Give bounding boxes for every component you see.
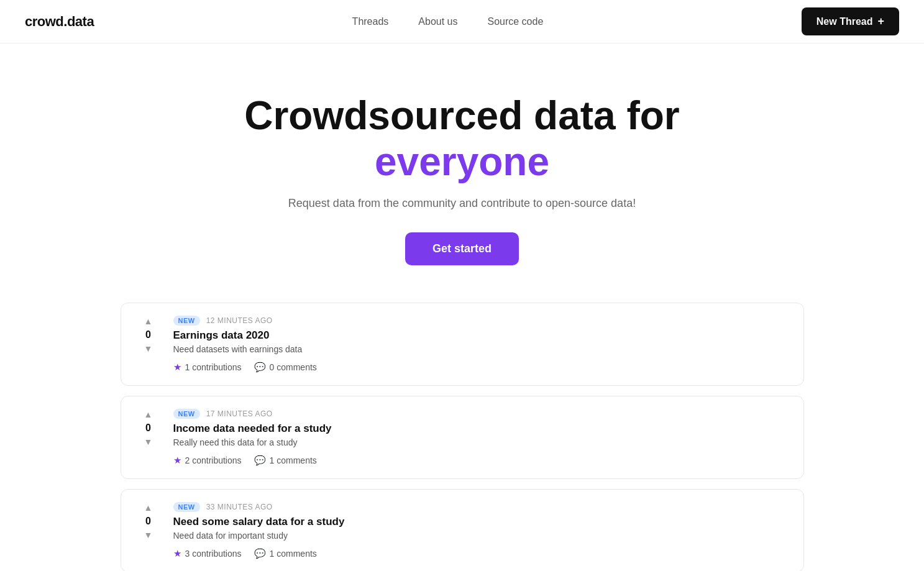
- vote-column: ▲ 0 ▼: [139, 502, 158, 541]
- thread-description: Need datasets with earnings data: [173, 344, 786, 354]
- contributions-stat: ★ 1 contributions: [173, 362, 242, 373]
- thread-title[interactable]: Earnings data 2020: [173, 329, 786, 342]
- hero-section: Crowdsourced data for everyone Request d…: [0, 43, 924, 303]
- site-logo[interactable]: crowd.data: [25, 14, 94, 30]
- nav-link-threads[interactable]: Threads: [352, 16, 389, 27]
- star-icon: ★: [173, 548, 181, 559]
- vote-column: ▲ 0 ▼: [139, 409, 158, 447]
- vote-count: 0: [145, 329, 151, 340]
- new-badge: NEW: [173, 502, 200, 512]
- star-icon: ★: [173, 362, 181, 373]
- comments-count: 1 comments: [270, 455, 317, 465]
- hero-title-highlight: everyone: [375, 139, 549, 184]
- downvote-button[interactable]: ▼: [143, 343, 154, 354]
- hero-subtitle: Request data from the community and cont…: [12, 197, 912, 210]
- thread-body: NEW 33 MINUTES AGO Need some salary data…: [173, 502, 786, 559]
- thread-body: NEW 12 MINUTES AGO Earnings data 2020 Ne…: [173, 316, 786, 373]
- contributions-stat: ★ 3 contributions: [173, 548, 242, 559]
- get-started-button[interactable]: Get started: [405, 232, 519, 265]
- vote-column: ▲ 0 ▼: [139, 316, 158, 354]
- nav-links: Threads About us Source code: [352, 16, 544, 27]
- nav-link-about[interactable]: About us: [418, 16, 457, 27]
- nav-link-source[interactable]: Source code: [487, 16, 543, 27]
- upvote-button[interactable]: ▲: [143, 502, 154, 513]
- navbar: crowd.data Threads About us Source code …: [0, 0, 924, 43]
- plus-icon: +: [877, 15, 884, 28]
- thread-description: Need data for important study: [173, 531, 786, 541]
- thread-title[interactable]: Income data needed for a study: [173, 423, 786, 435]
- thread-card: ▲ 0 ▼ NEW 12 MINUTES AGO Earnings data 2…: [121, 303, 804, 386]
- new-thread-label: New Thread: [817, 16, 873, 27]
- new-badge: NEW: [173, 316, 200, 326]
- contributions-count: 1 contributions: [185, 362, 242, 372]
- thread-time: 12 MINUTES AGO: [206, 316, 273, 325]
- hero-title-line1: Crowdsourced data for: [244, 93, 680, 138]
- vote-count: 0: [145, 423, 151, 434]
- thread-description: Really need this data for a study: [173, 437, 786, 447]
- comments-count: 1 comments: [270, 549, 317, 559]
- thread-time: 17 MINUTES AGO: [206, 409, 273, 418]
- comments-stat: 💬 0 comments: [254, 362, 317, 373]
- comment-icon: 💬: [254, 362, 266, 373]
- star-icon: ★: [173, 455, 181, 466]
- comment-icon: 💬: [254, 548, 266, 559]
- thread-body: NEW 17 MINUTES AGO Income data needed fo…: [173, 409, 786, 466]
- comment-icon: 💬: [254, 455, 266, 466]
- comments-stat: 💬 1 comments: [254, 455, 317, 466]
- contributions-stat: ★ 2 contributions: [173, 455, 242, 466]
- thread-card: ▲ 0 ▼ NEW 33 MINUTES AGO Need some salar…: [121, 489, 804, 571]
- thread-stats: ★ 3 contributions 💬 1 comments: [173, 548, 786, 559]
- thread-title[interactable]: Need some salary data for a study: [173, 516, 786, 528]
- contributions-count: 3 contributions: [185, 549, 242, 559]
- hero-title: Crowdsourced data for everyone: [12, 93, 912, 185]
- thread-time: 33 MINUTES AGO: [206, 503, 273, 511]
- thread-stats: ★ 2 contributions 💬 1 comments: [173, 455, 786, 466]
- thread-stats: ★ 1 contributions 💬 0 comments: [173, 362, 786, 373]
- thread-meta: NEW 17 MINUTES AGO: [173, 409, 786, 419]
- thread-card: ▲ 0 ▼ NEW 17 MINUTES AGO Income data nee…: [121, 396, 804, 479]
- downvote-button[interactable]: ▼: [143, 529, 154, 541]
- vote-count: 0: [145, 516, 151, 527]
- contributions-count: 2 contributions: [185, 455, 242, 465]
- upvote-button[interactable]: ▲: [143, 316, 154, 327]
- comments-stat: 💬 1 comments: [254, 548, 317, 559]
- comments-count: 0 comments: [270, 362, 317, 372]
- upvote-button[interactable]: ▲: [143, 409, 154, 420]
- threads-list: ▲ 0 ▼ NEW 12 MINUTES AGO Earnings data 2…: [96, 303, 829, 571]
- thread-meta: NEW 12 MINUTES AGO: [173, 316, 786, 326]
- downvote-button[interactable]: ▼: [143, 436, 154, 447]
- thread-meta: NEW 33 MINUTES AGO: [173, 502, 786, 512]
- new-badge: NEW: [173, 409, 200, 419]
- new-thread-button[interactable]: New Thread +: [802, 7, 899, 35]
